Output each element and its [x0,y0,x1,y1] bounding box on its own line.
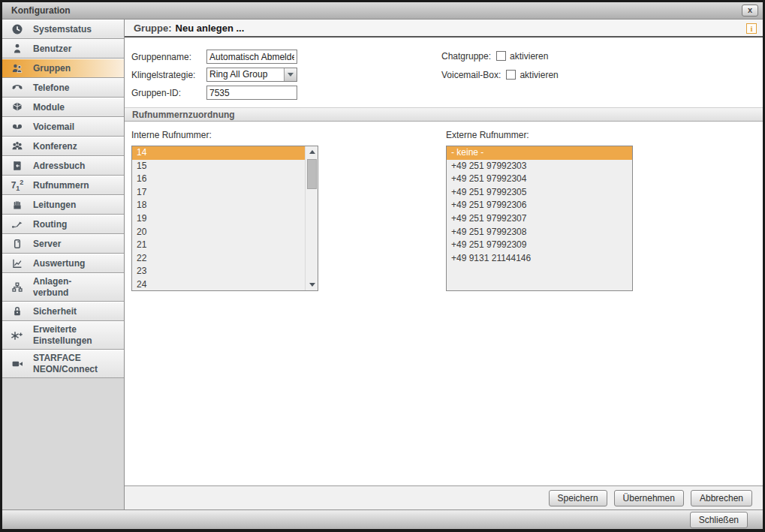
form-right-column: Chatgruppe: aktivieren Voicemail-Box: ak… [441,49,559,86]
chatgruppe-checkbox[interactable] [496,51,506,61]
sidebar-item-routing[interactable]: Routing [2,215,124,234]
list-item[interactable]: 22 [132,252,305,266]
window-close-button[interactable]: x [742,5,758,17]
sidebar-item-label: Benutzer [33,44,71,55]
klingelstrategie-select[interactable]: Ring All Group [206,68,297,82]
arrow-up-icon [309,150,315,154]
list-item[interactable]: +49 9131 21144146 [447,252,632,266]
list-item[interactable]: +49 251 97992304 [447,173,632,186]
rufnummernzuordnung-section-header: Rufnummernzuordnung [125,107,763,122]
clock-icon [8,23,26,35]
list-item[interactable]: 21 [132,239,305,252]
window-footer: Schließen [2,509,763,529]
list-item[interactable]: 15 [132,160,305,173]
sidebar-item-label: Erweiterte Einstellungen [33,324,92,347]
sidebar-item-anlagen-verbund[interactable]: Anlagen- verbund [2,273,124,302]
sidebar-item-erweiterte-einstellungen[interactable]: Erweiterte Einstellungen [2,321,124,350]
gruppen-id-label: Gruppen-ID: [131,88,206,98]
lines-hand-icon [8,199,26,211]
list-item[interactable]: +49 251 97992309 [447,239,632,252]
list-item[interactable]: +49 251 97992308 [447,226,632,239]
externe-rufnummer-label: Externe Rufnummer: [446,130,633,140]
sidebar-item-label: Telefone [33,83,69,94]
sidebar-item-auswertung[interactable]: Auswertung [2,254,124,273]
list-item[interactable]: - keine - [447,146,632,160]
list-item[interactable]: 20 [132,226,305,239]
list-item[interactable]: 24 [132,278,305,291]
video-camera-icon [8,358,26,370]
list-item[interactable]: 18 [132,199,305,212]
addressbook-icon [8,160,26,172]
sidebar-item-konferenz[interactable]: Konferenz [2,137,124,156]
gear-plus-icon [8,329,26,341]
page-header: Gruppe: Neu anlegen ... i [125,20,763,38]
arrow-down-icon [309,283,315,287]
sidebar-item-label: Server [33,239,61,250]
interne-rufnummer-block: Interne Rufnummer: 141516171819202122232… [131,130,318,298]
sidebar-item-systemstatus[interactable]: Systemstatus [2,20,124,39]
info-icon[interactable]: i [746,23,757,34]
list-item[interactable]: +49 251 97992305 [447,186,632,200]
list-item[interactable]: 23 [132,265,305,278]
list-item[interactable]: 19 [132,212,305,226]
gruppenname-label: Gruppenname: [131,52,206,62]
sidebar: SystemstatusBenutzerGruppenTelefoneModul… [2,20,125,509]
externe-rufnummer-block: Externe Rufnummer: - keine -+49 251 9799… [446,130,633,298]
numbers-icon: 712 [8,179,26,192]
window-title: Konfiguration [11,5,742,16]
voicemail-box-checkbox[interactable] [506,70,516,80]
routing-icon [8,218,26,230]
sidebar-item-starface-neon-connect[interactable]: STARFACE NEON/Connect [2,350,124,378]
gruppen-id-input[interactable] [206,86,297,100]
sidebar-item-gruppen[interactable]: Gruppen [2,59,124,78]
konfiguration-window: Konfiguration x SystemstatusBenutzerGrup… [0,0,765,532]
select-dropdown-button[interactable] [284,68,297,81]
cancel-button[interactable]: Abbrechen [691,490,752,506]
list-item[interactable]: 17 [132,186,305,200]
sidebar-item-label: Konferenz [33,141,77,152]
group-form: Gruppenname: Klingelstrategie: Ring All … [125,38,763,107]
voicemail-box-label: Voicemail-Box: [441,70,501,80]
list-item[interactable]: +49 251 97992307 [447,212,632,226]
server-icon [8,238,26,250]
list-item[interactable]: 16 [132,173,305,186]
klingelstrategie-label: Klingelstrategie: [131,70,206,80]
close-window-button[interactable]: Schließen [690,512,748,528]
page-title: Neu anlegen ... [176,23,245,34]
scrollbar-thumb[interactable] [307,159,317,189]
sidebar-item-server[interactable]: Server [2,234,124,254]
sidebar-item-label: Voicemail [33,122,74,133]
content-filler [125,298,763,485]
number-assignment-area: Interne Rufnummer: 141516171819202122232… [125,122,763,298]
sidebar-item-sicherheit[interactable]: Sicherheit [2,302,124,321]
list-item[interactable]: +49 251 97992303 [447,160,632,173]
sidebar-item-label: Leitungen [33,200,76,211]
vertical-scrollbar[interactable] [305,146,318,290]
cube-icon [8,101,26,113]
scroll-down-button[interactable] [306,279,318,290]
chevron-down-icon [288,73,294,77]
externe-rufnummer-listbox: - keine -+49 251 97992303+49 251 9799230… [446,146,633,291]
sidebar-item-telefone[interactable]: Telefone [2,78,124,98]
sidebar-item-leitungen[interactable]: Leitungen [2,195,124,215]
conference-icon [8,140,26,152]
apply-button[interactable]: Übernehmen [614,490,684,506]
sidebar-item-adressbuch[interactable]: Adressbuch [2,156,124,176]
sidebar-item-label: Routing [33,219,67,230]
interne-rufnummer-label: Interne Rufnummer: [131,130,318,140]
sidebar-item-label: Adressbuch [33,161,85,172]
form-action-bar: Speichern Übernehmen Abbrechen [125,485,763,509]
voicemail-icon [8,121,26,133]
list-item[interactable]: 14 [132,146,305,160]
scroll-up-button[interactable] [306,146,318,158]
sidebar-item-benutzer[interactable]: Benutzer [2,39,124,59]
list-item[interactable]: +49 251 97992306 [447,199,632,212]
sidebar-item-rufnummern[interactable]: 712Rufnummern [2,176,124,195]
sidebar-item-label: Module [33,102,65,113]
sidebar-item-module[interactable]: Module [2,98,124,117]
sidebar-item-label: Auswertung [33,258,85,269]
save-button[interactable]: Speichern [549,490,607,506]
lock-icon [8,305,26,317]
sidebar-item-voicemail[interactable]: Voicemail [2,117,124,137]
gruppenname-input[interactable] [206,50,297,64]
